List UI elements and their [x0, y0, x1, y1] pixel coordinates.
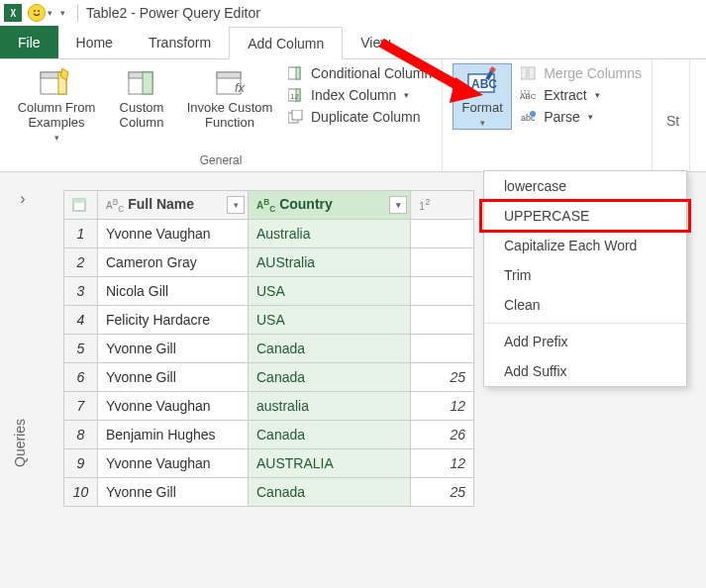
column-from-examples-label: Column From Examples: [10, 101, 103, 131]
cell-country[interactable]: AUSTRALIA: [249, 449, 411, 478]
cell-full-name[interactable]: Yvonne Gill: [98, 335, 249, 363]
parse-icon: abc: [520, 109, 538, 125]
merge-columns-label: Merge Columns: [544, 65, 642, 81]
cell-full-name[interactable]: Yvonne Vaughan: [98, 449, 249, 478]
row-number[interactable]: 2: [64, 248, 98, 277]
tab-file[interactable]: File: [0, 26, 58, 58]
cell-full-name[interactable]: Yvonne Gill: [98, 478, 249, 507]
svg-point-0: [34, 10, 36, 12]
menu-item-trim[interactable]: Trim: [484, 260, 686, 290]
svg-text:12: 12: [290, 92, 299, 101]
cell-country[interactable]: USA: [249, 277, 411, 306]
column-from-examples-icon: [39, 65, 74, 99]
table-row[interactable]: 10Yvonne GillCanada25: [64, 478, 474, 507]
type-text-icon: ABC: [256, 200, 275, 211]
invoke-custom-function-button[interactable]: fx Invoke Custom Function: [180, 63, 279, 131]
filter-button[interactable]: ▾: [389, 196, 407, 214]
column-from-examples-button[interactable]: Column From Examples ▾: [10, 63, 103, 143]
menu-item-uppercase-label: UPPERCASE: [504, 208, 589, 224]
cell-country[interactable]: Canada: [249, 363, 411, 392]
conditional-column-icon: [287, 65, 305, 81]
table-row[interactable]: 8Benjamin HughesCanada26: [64, 421, 474, 449]
duplicate-column-label: Duplicate Column: [311, 109, 421, 125]
row-number[interactable]: 10: [64, 478, 98, 507]
cell-full-name[interactable]: Felicity Hardacre: [98, 306, 249, 335]
custom-column-button[interactable]: Custom Column: [111, 63, 172, 131]
menu-item-uppercase[interactable]: UPPERCASE: [484, 201, 686, 231]
cell-number[interactable]: [411, 277, 474, 306]
row-number[interactable]: 5: [64, 335, 98, 363]
type-number-icon: 12: [419, 200, 430, 212]
cell-full-name[interactable]: Yvonne Vaughan: [98, 392, 249, 421]
row-number[interactable]: 6: [64, 363, 98, 392]
cell-number[interactable]: [411, 220, 474, 248]
row-number[interactable]: 8: [64, 421, 98, 449]
menu-item-add-suffix[interactable]: Add Suffix: [484, 356, 686, 386]
cell-country[interactable]: AUStralia: [249, 248, 411, 277]
cell-number[interactable]: [411, 306, 474, 335]
chevron-down-icon: ▾: [595, 90, 600, 100]
tab-home[interactable]: Home: [58, 26, 131, 58]
index-column-icon: 12: [287, 87, 305, 103]
tab-view[interactable]: View: [343, 26, 408, 58]
cell-country[interactable]: Canada: [249, 421, 411, 449]
index-column-button[interactable]: 12 Index Column ▾: [287, 87, 432, 103]
conditional-column-button[interactable]: Conditional Column: [287, 65, 432, 81]
select-all-corner[interactable]: [64, 191, 98, 220]
cell-full-name[interactable]: Cameron Gray: [98, 248, 249, 277]
row-number[interactable]: 4: [64, 306, 98, 335]
table-row[interactable]: 3Nicola GillUSA: [64, 277, 474, 306]
cell-full-name[interactable]: Nicola Gill: [98, 277, 249, 306]
table-row[interactable]: 6Yvonne GillCanada25: [64, 363, 474, 392]
excel-icon: X: [4, 4, 22, 22]
table-row[interactable]: 1Yvonne VaughanAustralia: [64, 220, 474, 248]
menu-item-capitalize[interactable]: Capitalize Each Word: [484, 231, 686, 260]
cell-number[interactable]: 25: [411, 363, 474, 392]
qat-dropdown-icon[interactable]: ▾: [48, 8, 52, 18]
menu-item-lowercase[interactable]: lowercase: [484, 171, 686, 201]
merge-columns-button[interactable]: Merge Columns: [520, 65, 642, 81]
row-number[interactable]: 7: [64, 392, 98, 421]
table-row[interactable]: 9Yvonne VaughanAUSTRALIA12: [64, 449, 474, 478]
cell-number[interactable]: [411, 335, 474, 363]
menu-item-add-prefix[interactable]: Add Prefix: [484, 327, 686, 356]
cell-country[interactable]: USA: [249, 306, 411, 335]
cell-country[interactable]: australia: [249, 392, 411, 421]
cell-number[interactable]: 25: [411, 478, 474, 507]
qat-overflow-icon[interactable]: ▾: [60, 8, 65, 18]
column-header-full-name[interactable]: ABC Full Name ▾: [98, 191, 249, 220]
row-number[interactable]: 3: [64, 277, 98, 306]
queries-panel-label: Queries: [12, 419, 28, 467]
tab-transform[interactable]: Transform: [131, 26, 229, 58]
expand-queries-icon[interactable]: ›: [20, 190, 25, 208]
column-header-country[interactable]: ABC Country ▾: [249, 191, 411, 220]
menu-item-clean[interactable]: Clean: [484, 290, 686, 320]
row-number[interactable]: 9: [64, 449, 98, 478]
duplicate-column-button[interactable]: Duplicate Column: [287, 109, 432, 125]
data-grid[interactable]: ABC Full Name ▾ ABC Country ▾ 12 1Yvonne…: [63, 190, 474, 507]
table-row[interactable]: 2Cameron GrayAUStralia: [64, 248, 474, 277]
tab-add-column[interactable]: Add Column: [229, 27, 343, 59]
format-label: Format: [462, 101, 503, 116]
extract-button[interactable]: ABC123 Extract ▾: [520, 87, 642, 103]
cell-country[interactable]: Australia: [249, 220, 411, 248]
chevron-down-icon: ▾: [404, 90, 409, 100]
cell-full-name[interactable]: Yvonne Gill: [98, 363, 249, 392]
table-row[interactable]: 5Yvonne GillCanada: [64, 335, 474, 363]
cell-country[interactable]: Canada: [249, 335, 411, 363]
format-button[interactable]: ABC Format ▾: [453, 63, 512, 130]
cell-country[interactable]: Canada: [249, 478, 411, 507]
cell-number[interactable]: 12: [411, 392, 474, 421]
table-row[interactable]: 4Felicity HardacreUSA: [64, 306, 474, 335]
table-row[interactable]: 7Yvonne Vaughanaustralia12: [64, 392, 474, 421]
filter-button[interactable]: ▾: [227, 196, 245, 214]
parse-button[interactable]: abc Parse ▾: [520, 109, 642, 125]
cell-number[interactable]: [411, 248, 474, 277]
cell-full-name[interactable]: Yvonne Vaughan: [98, 220, 249, 248]
row-number[interactable]: 1: [64, 220, 98, 248]
cell-number[interactable]: 12: [411, 449, 474, 478]
cell-number[interactable]: 26: [411, 421, 474, 449]
svg-rect-10: [217, 72, 241, 78]
cell-full-name[interactable]: Benjamin Hughes: [98, 421, 249, 449]
column-header-number[interactable]: 12: [411, 191, 474, 220]
